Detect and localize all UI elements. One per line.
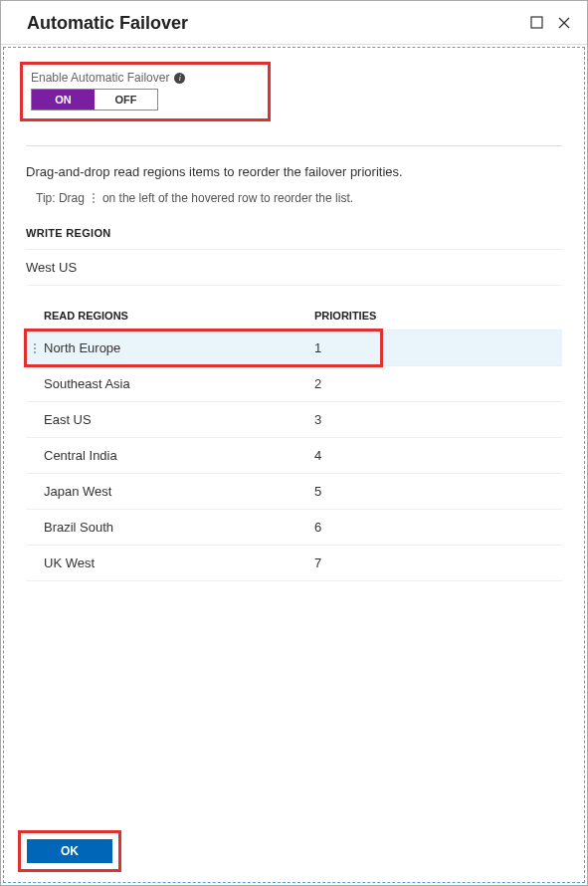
col-header-priorities: PRIORITIES <box>314 310 376 322</box>
write-region-value: West US <box>26 249 562 286</box>
toggle-on-button[interactable]: ON <box>32 90 95 110</box>
dialog-header: Automatic Failover <box>1 1 587 45</box>
region-priority: 7 <box>314 555 321 570</box>
region-name: UK West <box>44 555 314 570</box>
maximize-icon[interactable] <box>530 16 543 31</box>
header-icons <box>530 16 571 32</box>
svg-rect-0 <box>531 17 542 28</box>
region-priority: 4 <box>314 448 321 463</box>
region-row[interactable]: UK West7 <box>26 546 562 581</box>
region-priority: 3 <box>314 412 321 427</box>
enable-failover-section: Enable Automatic Failover i ON OFF <box>20 62 271 121</box>
region-priority: 5 <box>314 484 321 499</box>
panel-body: Enable Automatic Failover i ON OFF Drag-… <box>3 47 585 883</box>
toggle-off-button[interactable]: OFF <box>95 90 157 110</box>
read-regions-list: North Europe1Southeast Asia2East US3Cent… <box>26 330 562 581</box>
dialog-footer: OK <box>18 830 121 872</box>
region-name: Central India <box>44 448 314 463</box>
region-priority: 6 <box>314 520 321 535</box>
drag-handle-icon <box>93 193 95 203</box>
region-row[interactable]: Japan West5 <box>26 474 562 510</box>
region-row[interactable]: Brazil South6 <box>26 510 562 546</box>
region-priority: 1 <box>314 340 321 355</box>
instruction-text: Drag-and-drop read regions items to reor… <box>26 164 562 179</box>
drag-handle-icon[interactable] <box>26 343 44 353</box>
enable-failover-toggle[interactable]: ON OFF <box>31 89 158 111</box>
region-name: Southeast Asia <box>44 376 314 391</box>
toggle-label-row: Enable Automatic Failover i <box>31 71 260 85</box>
region-row[interactable]: North Europe1 <box>26 331 562 366</box>
region-row[interactable]: Southeast Asia2 <box>26 366 562 402</box>
ok-button[interactable]: OK <box>27 839 112 863</box>
region-row[interactable]: Central India4 <box>26 438 562 474</box>
col-header-read-regions: READ REGIONS <box>26 310 314 322</box>
region-name: Brazil South <box>44 520 314 535</box>
region-name: Japan West <box>44 484 314 499</box>
region-name: East US <box>44 412 314 427</box>
read-regions-headings: READ REGIONS PRIORITIES <box>26 310 562 322</box>
tip-suffix: on the left of the hovered row to reorde… <box>102 191 353 205</box>
toggle-label: Enable Automatic Failover <box>31 71 169 85</box>
tip-row: Tip: Drag on the left of the hovered row… <box>36 191 562 205</box>
divider <box>26 145 562 146</box>
region-row[interactable]: East US3 <box>26 402 562 438</box>
region-priority: 2 <box>314 376 321 391</box>
ok-highlight-box: OK <box>18 830 121 872</box>
tip-prefix: Tip: Drag <box>36 191 85 205</box>
region-name: North Europe <box>44 340 314 355</box>
dialog-title: Automatic Failover <box>27 13 188 34</box>
close-icon[interactable] <box>557 16 571 32</box>
info-icon[interactable]: i <box>174 73 185 84</box>
write-region-heading: WRITE REGION <box>26 227 562 239</box>
